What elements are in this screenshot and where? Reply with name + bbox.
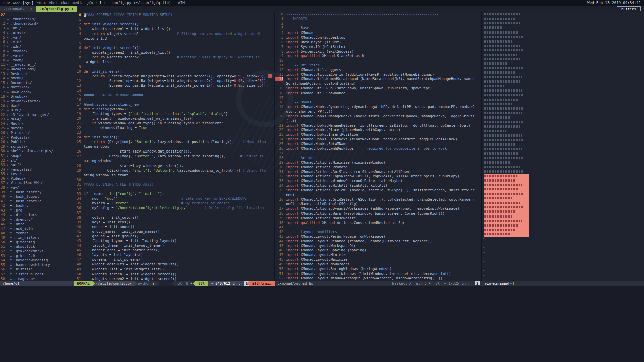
tree-item-dir[interactable]: 25▸Notes/ — [0, 126, 74, 131]
tree-item-file[interactable]: 39≡.bash_history — [0, 190, 74, 195]
line-number: 25 — [275, 142, 283, 146]
minimap-highlight-line — [484, 232, 529, 236]
tree-item-dir[interactable]: 13▸Desktop/ — [0, 72, 74, 76]
tree-item-dir[interactable]: 34▸Templates/ — [0, 167, 74, 172]
tree-item-file[interactable]: 48≡.fehbg* — [0, 231, 74, 236]
tree-item-dir[interactable]: 31▸snap/ — [0, 154, 74, 158]
tree-item-dir[interactable]: 38▸yay/ — [0, 185, 74, 190]
tree-item-dir[interactable]: 20▸dwm/ — [0, 104, 74, 108]
tree-item-dir[interactable]: 35▸test/ — [0, 172, 74, 176]
tree-item-dir[interactable]: 8▸.xmonad/ — [0, 49, 74, 54]
tree-item-dir[interactable]: 14▸dmenu/ — [0, 76, 74, 81]
config-py-pane[interactable]: 0##### SCREENS ##### (TRIPLE MONITOR SET… — [74, 12, 274, 281]
tree-item-file[interactable]: 53≡.gtkrc-2.0 — [0, 254, 74, 258]
tree-item-file[interactable]: 58≡.image.so* — [0, 277, 74, 281]
tree-item-dir[interactable]: 26▸Pictures/ — [0, 131, 74, 135]
code-line: 29 Click([mod, "shift"], "Button1", lazy… — [74, 168, 274, 173]
workspace-tag[interactable]: media — [72, 1, 83, 5]
tree-item-file[interactable]: 56≡.histfile — [0, 267, 74, 272]
code-line: 14 — [74, 88, 274, 93]
tree-item-file[interactable]: 52≡.gtk-bookmarks — [0, 249, 74, 254]
workspace-tag[interactable]: gfx — [87, 1, 93, 5]
tree-item-dir[interactable]: 2▸.thunderbird/ — [0, 21, 74, 26]
minimap-pane[interactable]: ~~~~~~~~~ — [481, 12, 644, 281]
line-number: 53 — [0, 254, 5, 258]
folder-collapsed-icon: ▸ — [7, 26, 9, 31]
tree-item-dir[interactable]: 28▸Public/ — [0, 140, 74, 144]
tree-item-file[interactable]: 55≡.haxornewshistory — [0, 263, 74, 267]
tree-item-dir[interactable]: 16▸dotfiles/ — [0, 85, 74, 90]
tree-item-dir[interactable]: 29▸scripts/ — [0, 144, 74, 149]
tree-item-file[interactable]: 49≡.fim_history — [0, 235, 74, 240]
tree-item-file[interactable]: 57≡.i3status.conf — [0, 272, 74, 277]
tree-item-file[interactable]: 54≡.haxornewsconfig — [0, 258, 74, 263]
nerdtree-pane[interactable]: 571▸.thumbnails/2▸.thunderbird/3▸.uml/4▸… — [0, 12, 74, 281]
minimap-line — [484, 97, 529, 102]
line-number: 20 — [275, 114, 283, 119]
workspace-tag[interactable]: vbox — [49, 1, 58, 5]
tree-item-dir[interactable]: 23▸MEGA/ — [0, 117, 74, 122]
line-number: 49 — [74, 267, 81, 272]
tree-item-dir[interactable]: 15▸Documents/ — [0, 81, 74, 85]
tree-item-dir[interactable]: 22▸i3-layout-manager/ — [0, 113, 74, 117]
tree-item-dir[interactable]: 30▸shell-color-scripts/ — [0, 149, 74, 154]
line-number: 11 — [0, 62, 5, 67]
minimap-line — [484, 93, 529, 97]
line-number: 46 — [275, 248, 283, 253]
line-number: 41 — [0, 199, 5, 204]
tab-config-py[interactable]: .c/q/config.py ◆ — [36, 6, 77, 12]
minimap-line — [484, 75, 529, 79]
tree-item-dir[interactable]: 11▸__pycache__/ — [0, 62, 74, 67]
workspace-tag[interactable]: dev — [3, 1, 10, 5]
minimap-line — [484, 53, 529, 57]
workspace-tag[interactable]: www — [13, 1, 20, 5]
line-number: 21 — [275, 123, 283, 128]
workspace-tag[interactable]: *doc — [37, 1, 46, 5]
workspace-tag[interactable]: [sys] — [23, 1, 34, 5]
tree-item-dir[interactable]: 7▸.w3m/ — [0, 44, 74, 49]
tree-item-file[interactable]: 45≡.dmenurc* — [0, 217, 74, 222]
tree-item-dir[interactable]: 33▸surf/ — [0, 163, 74, 167]
xmonad-hs-pane[interactable]: 0---------------------------------------… — [274, 12, 481, 281]
tree-item-dir[interactable]: 5▸.var/ — [0, 35, 74, 40]
tree-item-dir[interactable]: 6▸.vim/ — [0, 40, 74, 44]
file-name: .dmenurc* — [14, 217, 33, 222]
workspace-tag[interactable]: chat — [61, 1, 70, 5]
file-name: .bashrc — [14, 203, 28, 208]
tree-item-dir[interactable]: 12▸Backgrounds/ — [0, 67, 74, 72]
tree-item-file[interactable]: 46≡.dmrc — [0, 222, 74, 227]
tree-item-dir[interactable]: 27▸Podcasts/ — [0, 135, 74, 140]
tree-item-dir[interactable]: 4▸.urxvt/ — [0, 31, 74, 35]
dir-name: test/ — [11, 172, 21, 176]
tree-item-file[interactable]: 42≡.bashrc — [0, 203, 74, 208]
file-name: .haxornewshistory — [14, 263, 50, 267]
tree-item-file[interactable]: 40≡.bash_logout — [0, 194, 74, 199]
code-line: 48 widget_defaults = init_widgets_defaul… — [74, 262, 274, 266]
line-number: 16 — [0, 85, 5, 90]
line-number: 37 — [0, 181, 5, 185]
tree-item-dir[interactable]: 37▸VirtualBox VMs/ — [0, 181, 74, 185]
tree-item-dir[interactable]: 1▸.thumbnails/ — [0, 17, 74, 22]
line-number: 14 — [74, 88, 81, 93]
tree-item-file[interactable]: 41≡.bash_profile — [0, 199, 74, 204]
line-number: 17 — [74, 102, 81, 107]
tree-item-file[interactable]: 51≡.gksu.lock — [0, 244, 74, 249]
tree-item-dir[interactable]: 18▸Dropbox/ — [0, 94, 74, 99]
tree-item-dir[interactable]: 17▸Downloads/ — [0, 90, 74, 95]
tree-item-dir[interactable]: 10▸.zoom/ — [0, 58, 74, 63]
tree-item-file[interactable]: 50≡.gitconfig — [0, 240, 74, 245]
tree-item-dir[interactable]: 21▸HTML/ — [0, 108, 74, 113]
tree-item-dir[interactable]: 36▸Videos/ — [0, 176, 74, 181]
tree-item-dir[interactable]: 9▸.yarn/ — [0, 53, 74, 58]
tree-item-dir[interactable]: 32▸st/ — [0, 158, 74, 163]
tab-xmonad-hs[interactable]: .x/xmonad.hs ✗ — [0, 6, 36, 12]
tree-item-file[interactable]: 43≡.bro — [0, 208, 74, 213]
tree-item-file[interactable]: 44≡.dir_colors — [0, 213, 74, 217]
dir-name: Backgrounds/ — [11, 67, 36, 72]
tree-item-file[interactable]: 47≡.esd_auth — [0, 226, 74, 231]
code-line: 13 Screen(top=bar.Bar(widgets=init_widge… — [74, 83, 274, 88]
close-icon[interactable]: ✗ — [31, 7, 33, 11]
tree-item-dir[interactable]: 3▸.uml/ — [0, 26, 74, 31]
tree-item-dir[interactable]: 24▸Music/ — [0, 122, 74, 126]
tree-item-dir[interactable]: 19▸dt-dark-theme/ — [0, 99, 74, 104]
